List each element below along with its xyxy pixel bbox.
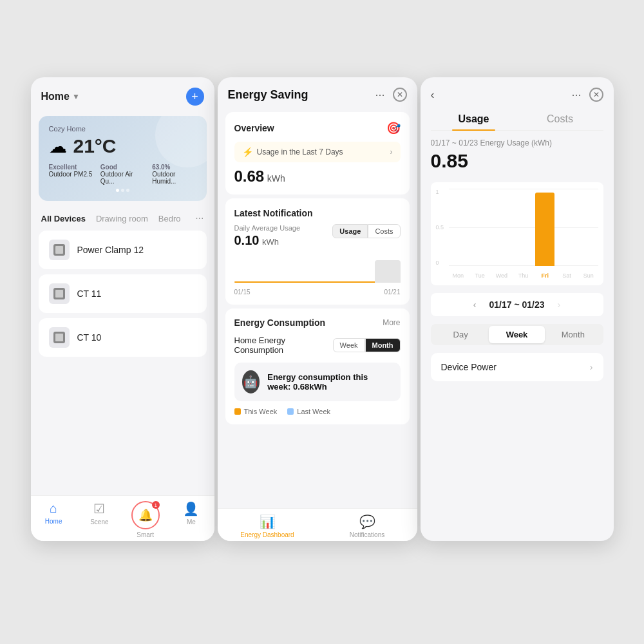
header-actions-3: ··· ✕ — [571, 88, 603, 102]
home-energy-title: Home EnergyConsumption — [234, 336, 285, 355]
more-options-icon[interactable]: ··· — [375, 88, 384, 102]
nav-scene[interactable]: ☑ Scene — [77, 501, 122, 538]
consumption-section: Energy Consumption More Home EnergyConsu… — [225, 308, 410, 424]
more-options-icon-3[interactable]: ··· — [571, 88, 581, 102]
overview-title: Overview — [234, 123, 274, 133]
dot-2 — [121, 189, 124, 192]
tab-costs[interactable]: Costs — [517, 108, 603, 130]
stat-air: Good Outdoor Air Qu... — [100, 164, 144, 185]
chart-bar — [375, 260, 401, 283]
stat-humidity: 63.0% Outdoor Humid... — [152, 164, 196, 185]
x-label-sat: Sat — [557, 272, 576, 279]
device-power-clamp[interactable]: Power Clamp 12 — [39, 231, 207, 269]
header-actions: ··· ✕ — [375, 88, 406, 102]
energy-consumption-text: Energy consumption this week: 0.68kWh — [267, 372, 392, 392]
date-range-text: 01/17 ~ 01/23 — [431, 138, 478, 147]
device-ct11[interactable]: CT 11 — [39, 274, 207, 313]
close-button-3[interactable]: ✕ — [589, 88, 603, 102]
usage-header: ‹ ··· ✕ — [421, 77, 614, 108]
x-label-fri: Fri — [535, 272, 554, 279]
device-icon-ct11 — [49, 283, 70, 304]
month-btn[interactable]: Month — [365, 338, 401, 352]
x-label-wed: Wed — [492, 272, 511, 279]
week-month-toggle: Week Month — [333, 338, 401, 352]
location-label: Cozy Home — [49, 125, 196, 133]
tab-drawing-room[interactable]: Drawing room — [96, 214, 148, 223]
tab-all-devices[interactable]: All Devices — [41, 214, 86, 223]
y-label-0: 0 — [436, 260, 448, 266]
notifications-label: Notifications — [350, 531, 384, 538]
date-navigator: ‹ 01/17 ~ 01/23 › — [431, 293, 603, 316]
smart-nav-label: Smart — [137, 531, 154, 538]
energy-dashboard-icon: 📊 — [260, 514, 276, 529]
humidity-label: 63.0% — [152, 164, 196, 171]
robot-icon: 🤖 — [242, 370, 260, 393]
nav-energy-dashboard[interactable]: 📊 Energy Dashboard — [218, 514, 317, 538]
kwh-value: 0.68 — [234, 167, 265, 185]
smart-badge: 1 — [152, 501, 160, 509]
home-energy-row: Home EnergyConsumption Week Month — [234, 336, 401, 355]
prev-period-button[interactable]: ‹ — [473, 299, 477, 310]
dot-3 — [126, 189, 129, 192]
period-tab-week[interactable]: Week — [489, 326, 545, 343]
nav-home[interactable]: ⌂ Home — [31, 501, 77, 538]
close-button[interactable]: ✕ — [393, 88, 407, 102]
chart-dates: 01/15 01/21 — [234, 289, 401, 296]
svg-rect-3 — [55, 290, 63, 298]
week-btn[interactable]: Week — [333, 338, 365, 352]
legend-dot-last-week — [287, 408, 294, 415]
next-period-button[interactable]: › — [558, 299, 561, 310]
overview-section: Overview 🎯 ⚡ Usage in the Last 7 Days › … — [225, 112, 410, 194]
home-label[interactable]: Home ▼ — [41, 91, 80, 102]
device-tabs: All Devices Drawing room Bedro ··· — [31, 206, 214, 228]
device-icon — [49, 240, 70, 260]
usage-costs-tabs: Usage Costs — [431, 108, 603, 131]
y-label-1: 1 — [436, 189, 448, 195]
nav-me[interactable]: 👤 Me — [168, 501, 214, 538]
energy-saving-screen: Energy Saving ··· ✕ Overview 🎯 ⚡ Usage i… — [218, 77, 417, 541]
chart-legend: This Week Last Week — [234, 408, 401, 415]
tab-usage[interactable]: Usage — [431, 108, 517, 130]
tabs-more-icon[interactable]: ··· — [195, 213, 204, 224]
legend-this-week: This Week — [234, 408, 278, 415]
device-power-label: Device Power — [441, 362, 497, 372]
energy-title: Energy Saving — [228, 88, 308, 102]
device-name-ct10: CT 10 — [77, 332, 102, 343]
target-icon[interactable]: 🎯 — [386, 121, 401, 135]
notification-section: Latest Notification Daily Average Usage … — [225, 198, 410, 305]
legend-label-this-week: This Week — [244, 408, 278, 415]
nav-smart[interactable]: 🔔 1 Smart — [122, 501, 168, 538]
date-range-label: 01/17 ~ 01/23 Energy Usage (kWh) — [421, 138, 614, 147]
notifications-icon: 💬 — [359, 514, 375, 529]
add-button[interactable]: + — [186, 88, 204, 106]
energy-value: 0.85 — [421, 150, 614, 172]
device-power-row[interactable]: Device Power › — [431, 353, 603, 381]
device-name-ct11: CT 11 — [77, 289, 102, 299]
device-ct10[interactable]: CT 10 — [39, 318, 207, 357]
legend-dot-this-week — [234, 408, 241, 415]
tab-bedroom[interactable]: Bedro — [158, 214, 181, 223]
period-tab-month[interactable]: Month — [545, 326, 601, 343]
chevron-right-icon: › — [390, 147, 393, 156]
more-button[interactable]: More — [383, 318, 400, 327]
chart-date-start: 01/15 — [234, 289, 251, 296]
lightning-icon: ⚡ — [242, 147, 253, 157]
usage-chart: 1 0.5 0 — [431, 182, 603, 285]
consumption-title: Energy Consumption — [234, 317, 326, 328]
home-screen: Home ▼ + Cozy Home ☁ 21°C Excellent Outd… — [31, 77, 214, 541]
x-label-sun: Sun — [579, 272, 598, 279]
humidity-value: Outdoor Humid... — [152, 171, 196, 185]
nav-notifications[interactable]: 💬 Notifications — [317, 514, 417, 538]
me-nav-label: Me — [187, 518, 196, 526]
energy-usage-label: Energy Usage (kWh) — [480, 138, 552, 147]
svg-rect-5 — [55, 334, 63, 341]
usage-row[interactable]: ⚡ Usage in the Last 7 Days › — [234, 142, 401, 162]
period-tabs: Day Week Month — [431, 324, 603, 345]
usage-toggle-btn[interactable]: Usage — [332, 224, 368, 238]
back-button[interactable]: ‹ — [431, 88, 435, 102]
costs-toggle-btn[interactable]: Costs — [368, 224, 400, 238]
home-header: Home ▼ + — [31, 77, 214, 111]
legend-label-last-week: Last Week — [297, 408, 330, 415]
home-text: Home — [41, 91, 70, 102]
period-tab-day[interactable]: Day — [433, 326, 489, 343]
